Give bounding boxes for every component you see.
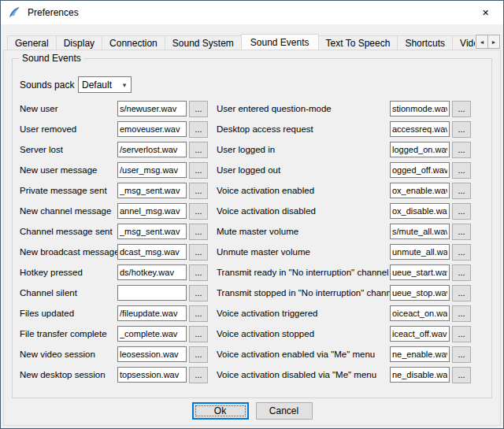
sound-file-input[interactable] bbox=[390, 264, 450, 280]
browse-button[interactable]: ... bbox=[452, 285, 471, 301]
sound-event-label: Transmit ready in "No interruption" chan… bbox=[217, 268, 390, 277]
tab-scroll-left-button[interactable]: ◄ bbox=[476, 35, 488, 49]
tab[interactable]: Text To Speech bbox=[318, 35, 398, 50]
sound-file-input[interactable] bbox=[390, 244, 450, 260]
sound-file-input[interactable] bbox=[117, 264, 187, 280]
sounds-pack-row: Sounds pack Default ▾ bbox=[20, 76, 132, 93]
browse-button[interactable]: ... bbox=[189, 244, 208, 261]
browse-button[interactable]: ... bbox=[452, 244, 471, 261]
sound-file-input[interactable] bbox=[390, 305, 450, 321]
browse-button[interactable]: ... bbox=[452, 264, 471, 281]
groupbox-legend: Sound Events bbox=[19, 53, 84, 64]
browse-button[interactable]: ... bbox=[189, 142, 208, 158]
sound-file-input[interactable] bbox=[117, 285, 187, 301]
sound-file-input[interactable] bbox=[117, 224, 187, 239]
browse-button[interactable]: ... bbox=[189, 285, 208, 301]
browse-button[interactable]: ... bbox=[452, 101, 471, 117]
sound-event-label: Files updated bbox=[20, 309, 117, 318]
browse-button[interactable]: ... bbox=[452, 162, 471, 179]
browse-button[interactable]: ... bbox=[452, 121, 471, 138]
titlebar[interactable]: Preferences ✕ bbox=[1, 1, 503, 24]
sound-file-input[interactable] bbox=[117, 142, 187, 157]
sound-event-label: Mute master volume bbox=[217, 227, 390, 236]
sound-event-label: Private message sent bbox=[20, 186, 117, 195]
browse-button[interactable]: ... bbox=[189, 203, 208, 220]
browse-button[interactable]: ... bbox=[189, 121, 208, 138]
sound-file-input[interactable] bbox=[390, 101, 450, 116]
browse-button[interactable]: ... bbox=[189, 305, 208, 322]
sound-file-input[interactable] bbox=[390, 142, 450, 157]
tab[interactable]: General bbox=[7, 35, 57, 50]
sound-event-row: New video session ... bbox=[20, 344, 217, 364]
ok-button[interactable]: Ok bbox=[192, 402, 249, 420]
sound-event-label: Voice activation enabled bbox=[217, 186, 390, 195]
browse-button[interactable]: ... bbox=[189, 101, 208, 117]
browse-button[interactable]: ... bbox=[189, 264, 208, 281]
browse-button[interactable]: ... bbox=[189, 326, 208, 342]
sound-file-input[interactable] bbox=[390, 224, 450, 239]
sounds-pack-select[interactable]: Default ▾ bbox=[78, 76, 132, 93]
tab-scroll-right-button[interactable]: ► bbox=[487, 35, 500, 49]
sound-event-row: Mute master volume ... bbox=[217, 221, 487, 242]
sound-file-input[interactable] bbox=[390, 285, 450, 301]
sound-file-input[interactable] bbox=[117, 346, 187, 362]
sound-event-row: Transmit stopped in "No interruption" ch… bbox=[217, 283, 487, 303]
sound-event-row: Channel silent ... bbox=[20, 283, 217, 303]
browse-button[interactable]: ... bbox=[189, 367, 208, 383]
tab[interactable]: Sound Events bbox=[241, 34, 319, 50]
browse-button[interactable]: ... bbox=[189, 162, 208, 179]
sound-file-input[interactable] bbox=[390, 326, 450, 342]
sound-file-input[interactable] bbox=[117, 203, 187, 219]
sound-file-input[interactable] bbox=[390, 183, 450, 198]
browse-button[interactable]: ... bbox=[452, 203, 471, 220]
sound-file-input[interactable] bbox=[390, 203, 450, 219]
sound-file-input[interactable] bbox=[117, 244, 187, 260]
cancel-button[interactable]: Cancel bbox=[256, 402, 313, 420]
browse-button[interactable]: ... bbox=[452, 367, 471, 383]
sound-event-label: User entered question-mode bbox=[217, 104, 390, 113]
sound-file-input[interactable] bbox=[117, 162, 187, 178]
tab[interactable]: Shortcuts bbox=[397, 35, 453, 50]
tab[interactable]: Connection bbox=[102, 35, 165, 50]
browse-button[interactable]: ... bbox=[452, 305, 471, 322]
browse-button[interactable]: ... bbox=[189, 183, 208, 199]
browse-button[interactable]: ... bbox=[189, 346, 208, 363]
browse-button[interactable]: ... bbox=[452, 224, 471, 240]
sound-file-input[interactable] bbox=[390, 121, 450, 137]
sound-event-label: New channel message bbox=[20, 206, 117, 216]
sound-file-input[interactable] bbox=[390, 346, 450, 362]
browse-button[interactable]: ... bbox=[452, 346, 471, 363]
tab[interactable]: Display bbox=[56, 35, 102, 50]
sound-file-input[interactable] bbox=[117, 101, 187, 116]
browse-button[interactable]: ... bbox=[452, 326, 471, 342]
tab-label: Shortcuts bbox=[405, 38, 445, 49]
sound-event-row: User logged in ... bbox=[217, 139, 487, 160]
sound-file-input[interactable] bbox=[390, 162, 450, 178]
sound-file-input[interactable] bbox=[117, 326, 187, 342]
sound-file-input[interactable] bbox=[390, 367, 450, 383]
tab[interactable]: Sound System bbox=[165, 35, 242, 50]
sound-event-row: Private message sent ... bbox=[20, 180, 217, 201]
sound-event-row: Unmute master volume ... bbox=[217, 242, 487, 262]
sound-event-label: Channel silent bbox=[20, 288, 117, 298]
sound-event-label: User removed bbox=[20, 124, 117, 134]
sound-event-row: Desktop access request ... bbox=[217, 119, 487, 139]
sound-event-label: Hotkey pressed bbox=[20, 268, 117, 277]
browse-button[interactable]: ... bbox=[452, 142, 471, 158]
sound-event-row: Voice activation triggered ... bbox=[217, 303, 487, 324]
browse-button[interactable]: ... bbox=[189, 224, 208, 240]
close-button[interactable]: ✕ bbox=[468, 1, 503, 24]
sound-file-input[interactable] bbox=[117, 367, 187, 383]
tab[interactable]: Video bbox=[452, 35, 475, 50]
window-title: Preferences bbox=[28, 7, 79, 18]
sound-file-input[interactable] bbox=[117, 183, 187, 198]
sound-event-row: Voice activation enabled via "Me" menu .… bbox=[217, 344, 487, 364]
sound-event-row: Voice activation enabled ... bbox=[217, 180, 487, 201]
sound-events-column-left: New user ... User removed ... Server los bbox=[20, 98, 217, 385]
browse-button[interactable]: ... bbox=[452, 183, 471, 199]
sound-file-input[interactable] bbox=[117, 121, 187, 137]
sound-event-label: Voice activation disabled bbox=[217, 206, 390, 216]
sound-event-label: New broadcast message bbox=[20, 247, 117, 257]
sound-event-row: Voice activation disabled ... bbox=[217, 201, 487, 221]
sound-file-input[interactable] bbox=[117, 305, 187, 321]
